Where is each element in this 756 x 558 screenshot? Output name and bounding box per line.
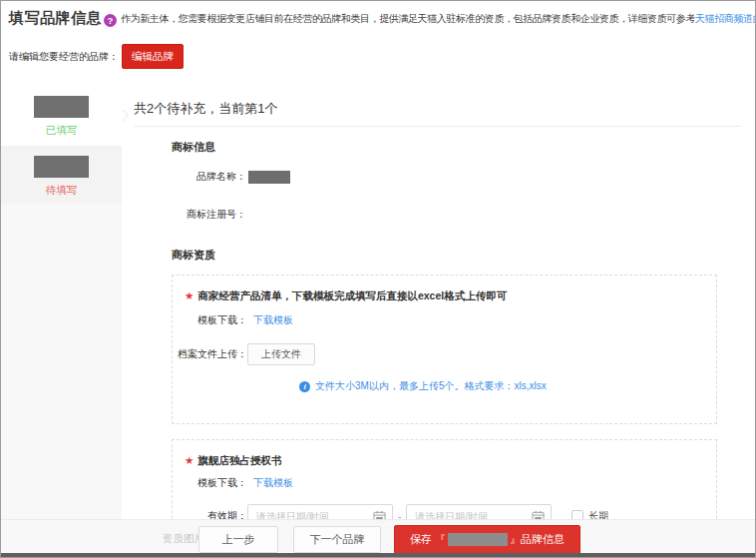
- brand-name-row: 品牌名称：: [122, 170, 755, 184]
- redacted-brand-name: [34, 156, 89, 178]
- redacted-brand-name-value: [248, 171, 290, 184]
- save-brand-info-button[interactable]: 保存 『 』品牌信息: [394, 525, 580, 554]
- brand-sidebar: 已填写 待填写: [1, 88, 122, 553]
- download-template-link[interactable]: 下载模板: [253, 313, 293, 327]
- brand-status-pending: 待填写: [1, 184, 122, 198]
- reg-no-label: 商标注册号：: [122, 208, 246, 222]
- download-template-link-2[interactable]: 下载模板: [253, 476, 293, 490]
- upload-hint-text: 文件大小3M以内，最多上传5个。格式要求：xls,xlsx: [315, 379, 547, 393]
- sidebar-item-brand-2[interactable]: 待填写: [1, 146, 122, 204]
- edit-brand-button[interactable]: 编辑品牌: [122, 44, 184, 69]
- authorization-requirement-text: 旗舰店独占授权书: [197, 454, 281, 466]
- window-bottom-edge: [1, 553, 755, 557]
- template-download-row: 模板下载： 下载模板: [173, 313, 716, 327]
- info-icon: i: [299, 381, 310, 392]
- trademark-qualification-title: 商标资质: [172, 248, 755, 263]
- page-title: 填写品牌信息: [9, 9, 102, 28]
- required-star-icon: ★: [185, 454, 193, 466]
- template-download-row-2: 模板下载： 下载模板: [173, 476, 716, 490]
- brand-form-content: 共2个待补充，当前第1个 商标信息 品牌名称： 商标注册号： 商标资质 ★商家经…: [122, 88, 755, 553]
- previous-step-button[interactable]: 上一步: [198, 526, 278, 553]
- header-description-text: 作为新主体，您需要根据变更店铺目前在经营的品牌和类目，提供满足天猫入驻标准的资质…: [121, 13, 695, 24]
- save-button-suffix: 』品牌信息: [510, 532, 565, 547]
- page-header: 填写品牌信息 ? 作为新主体，您需要根据变更店铺目前在经营的品牌和类目，提供满足…: [1, 1, 755, 28]
- required-star-icon: ★: [185, 289, 193, 301]
- brand-status-filled: 已填写: [1, 124, 122, 138]
- save-button-prefix: 保存 『: [410, 532, 446, 547]
- brand-edit-label: 请编辑您要经营的品牌：: [9, 50, 119, 64]
- upload-hint-row: i 文件大小3M以内，最多上传5个。格式要求：xls,xlsx: [299, 379, 716, 393]
- pending-counter: 共2个待补充，当前第1个: [134, 100, 741, 127]
- product-list-box: ★商家经营产品清单，下载模板完成填写后直接以excel格式上传即可 模板下载： …: [172, 275, 717, 424]
- main-area: 已填写 待填写 共2个待补充，当前第1个 商标信息 品牌名称： 商标注册号： 商…: [1, 88, 755, 553]
- redacted-brand-name: [34, 96, 89, 118]
- template-download-label: 模板下载：: [173, 313, 247, 327]
- brand-edit-row: 请编辑您要经营的品牌： 编辑品牌: [9, 44, 755, 69]
- product-list-requirement-text: 商家经营产品清单，下载模板完成填写后直接以excel格式上传即可: [197, 289, 507, 301]
- help-icon[interactable]: ?: [104, 14, 117, 27]
- header-description: 作为新主体，您需要根据变更店铺目前在经营的品牌和类目，提供满足天猫入驻标准的资质…: [121, 12, 755, 28]
- next-brand-button[interactable]: 下一个品牌: [293, 526, 381, 553]
- trademark-info-title: 商标信息: [172, 140, 755, 155]
- redacted-brand-name-in-button: [448, 533, 508, 546]
- footer-action-bar: 资质图片 上一步 下一个品牌 保存 『 』品牌信息: [1, 519, 755, 553]
- template-download-label-2: 模板下载：: [173, 476, 247, 490]
- file-upload-label: 档案文件上传：: [173, 347, 247, 361]
- sidebar-item-brand-1[interactable]: 已填写: [1, 88, 122, 146]
- product-list-requirement: ★商家经营产品清单，下载模板完成填写后直接以excel格式上传即可: [185, 289, 716, 303]
- authorization-requirement: ★旗舰店独占授权书: [185, 454, 716, 468]
- brand-name-label: 品牌名称：: [122, 170, 246, 184]
- brand-info-page: 填写品牌信息 ? 作为新主体，您需要根据变更店铺目前在经营的品牌和类目，提供满足…: [0, 0, 756, 558]
- file-upload-row: 档案文件上传： 上传文件: [173, 343, 716, 365]
- reg-no-row: 商标注册号：: [122, 208, 755, 222]
- enrollment-requirements-link[interactable]: 天猫招商频道的入驻要求: [695, 13, 755, 24]
- upload-file-button[interactable]: 上传文件: [247, 343, 315, 365]
